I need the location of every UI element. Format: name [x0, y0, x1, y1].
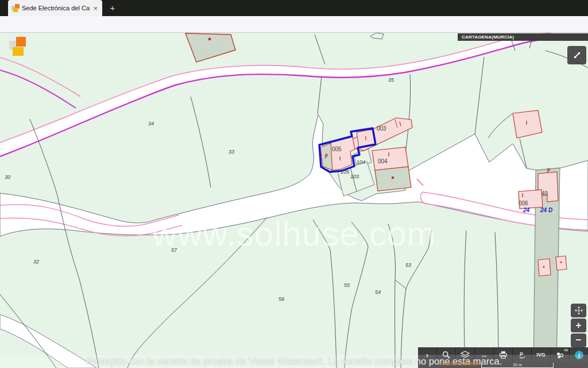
- parcel-label: 004: [378, 158, 388, 164]
- pan-button[interactable]: [571, 304, 586, 317]
- zoom-out-button[interactable]: −: [571, 334, 586, 347]
- new-tab-button[interactable]: +: [107, 2, 118, 14]
- fullscreen-button[interactable]: [567, 46, 586, 64]
- watermark-bottom: Protegido con la versión de prueba de Vi…: [0, 355, 588, 368]
- pan-arrows-icon: [574, 306, 583, 315]
- tab-title: Sede Electrónica del Catastro: [22, 5, 90, 12]
- parcel-label: 30: [5, 174, 10, 180]
- catastro-squares-logo: [8, 36, 28, 59]
- parcel-label: 104: [357, 159, 365, 165]
- municipality-label: CARTAGENA(MURCIA): [458, 33, 588, 41]
- tab-bar: Sede Electrónica del Catastro × +: [0, 0, 588, 16]
- browser-window: Sede Electrónica del Catastro × + ← → ⟳ …: [0, 0, 588, 368]
- parcel-label: 105: [341, 169, 349, 175]
- tab-catastro[interactable]: Sede Electrónica del Catastro ×: [8, 0, 102, 16]
- parcel-label: 33: [229, 149, 234, 155]
- street-number-label: 24 D: [540, 207, 552, 213]
- parcel-label: 34: [148, 121, 154, 126]
- catastro-favicon: [11, 4, 20, 12]
- parcel-label: 54: [375, 289, 381, 295]
- street-number-label: 24: [523, 207, 529, 213]
- zoom-in-button[interactable]: +: [571, 319, 586, 332]
- parcel-label: 56: [278, 296, 284, 302]
- services-badge: 48: [564, 348, 568, 352]
- tab-close-icon[interactable]: ×: [92, 4, 99, 13]
- parcel-label: 103: [350, 174, 359, 179]
- cadastral-map-canvas[interactable]: [0, 33, 588, 368]
- parcel-label: 35: [388, 77, 394, 83]
- parcel-label: 53: [405, 262, 411, 268]
- navigation-toolbar: ← → ⟳ ⌂ https://www1.sedecatastro.gob.es…: [0, 16, 588, 33]
- parcel-label: 005: [332, 146, 342, 152]
- watermark-center: www.solhuse.com: [0, 214, 588, 254]
- parcel-label: 003: [377, 125, 386, 132]
- parcel-label: 32: [33, 259, 39, 264]
- expand-arrows-icon: [572, 51, 582, 60]
- parcel-label: 55: [344, 282, 350, 288]
- parcel-label: 006: [519, 200, 528, 206]
- parcel-label: 49: [541, 190, 548, 197]
- utm-reference-note: UTM. Huso 30 ETRS89: [439, 362, 478, 366]
